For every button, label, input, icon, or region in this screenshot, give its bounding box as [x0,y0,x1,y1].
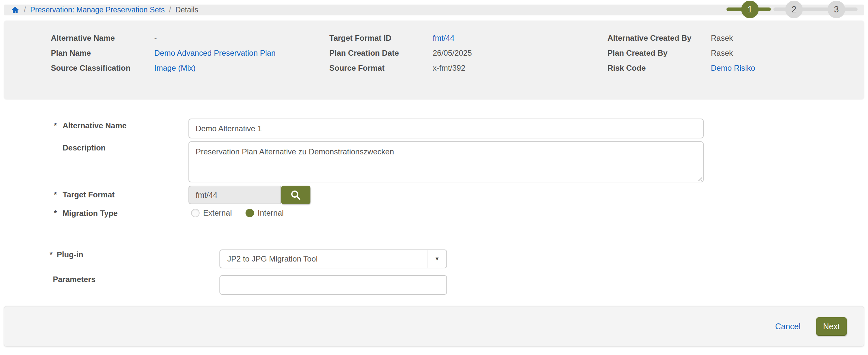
summary-label: Source Format [329,63,433,73]
summary-value: Rasek [711,48,755,58]
summary-label: Alternative Created By [608,33,711,43]
footer-bar: Cancel Next [4,306,864,347]
breadcrumb-link-preservation[interactable]: Preservation: Manage Preservation Sets [30,5,165,14]
required-marker: * [54,121,63,130]
required-marker: * [54,209,63,218]
summary-column-3: Alternative Created By Rasek Plan Create… [608,33,755,73]
target-format-input[interactable] [188,186,281,204]
required-marker: * [50,250,57,259]
summary-label: Alternative Name [51,33,154,43]
stepper-step-3[interactable]: 3 [828,1,845,18]
next-button[interactable]: Next [816,317,847,336]
summary-label: Source Classification [51,63,154,73]
breadcrumb-separator: / [169,5,171,14]
target-format-id-link[interactable]: fmt/44 [433,33,472,43]
radio-label: Internal [257,208,284,218]
summary-label: Target Format ID [329,33,433,43]
plan-name-link[interactable]: Demo Advanced Preservation Plan [154,48,276,58]
risk-code-link[interactable]: Demo Risiko [711,63,755,73]
plugin-select-arrow-zone: ▼ [428,250,446,268]
summary-label: Plan Name [51,48,154,58]
summary-value: 26/05/2025 [433,48,472,58]
source-classification-link[interactable]: Image (Mix) [154,63,276,73]
migration-type-radio-group: External Internal [191,208,298,218]
target-format-label: *Target Format [54,190,115,199]
plugin-select[interactable]: JP2 to JPG Migration Tool ▼ [219,249,447,269]
required-marker: * [54,190,63,199]
parameters-input[interactable] [219,275,447,295]
summary-label: Plan Creation Date [329,48,433,58]
summary-value: - [154,33,276,43]
chevron-down-icon: ▼ [435,256,440,262]
breadcrumb-separator: / [24,5,26,14]
description-label: Description [63,143,106,152]
breadcrumb-current: Details [176,5,198,14]
search-icon [290,189,302,201]
alternative-name-input[interactable] [188,118,704,138]
home-button[interactable] [11,6,20,14]
summary-column-2: Target Format ID fmt/44 Plan Creation Da… [329,33,472,73]
plugin-label: *Plug-in [50,250,83,259]
home-icon [11,6,20,14]
summary-label: Risk Code [608,63,711,73]
migration-type-option-external[interactable]: External [191,208,232,218]
summary-value: x-fmt/392 [433,63,472,73]
alternative-name-label: *Alternative Name [54,121,126,130]
target-format-search-button[interactable] [281,186,310,204]
stepper-step-1[interactable]: 1 [741,1,759,18]
plugin-selected-value: JP2 to JPG Migration Tool [220,254,428,263]
summary-label: Plan Created By [608,48,711,58]
cancel-button[interactable]: Cancel [775,322,801,331]
radio-label: External [203,208,232,218]
migration-type-option-internal[interactable]: Internal [246,208,284,218]
migration-type-label: *Migration Type [54,209,118,218]
radio-checked-icon [246,209,254,217]
radio-unchecked-icon [191,209,199,217]
parameters-label: Parameters [53,275,96,284]
summary-panel: Alternative Name - Plan Name Demo Advanc… [4,21,864,99]
summary-value: Rasek [711,33,755,43]
summary-column-1: Alternative Name - Plan Name Demo Advanc… [51,33,276,73]
page: / Preservation: Manage Preservation Sets… [0,0,868,355]
description-textarea[interactable]: Preservation Plan Alternative zu Demonst… [188,141,704,182]
stepper-step-2[interactable]: 2 [785,1,803,18]
